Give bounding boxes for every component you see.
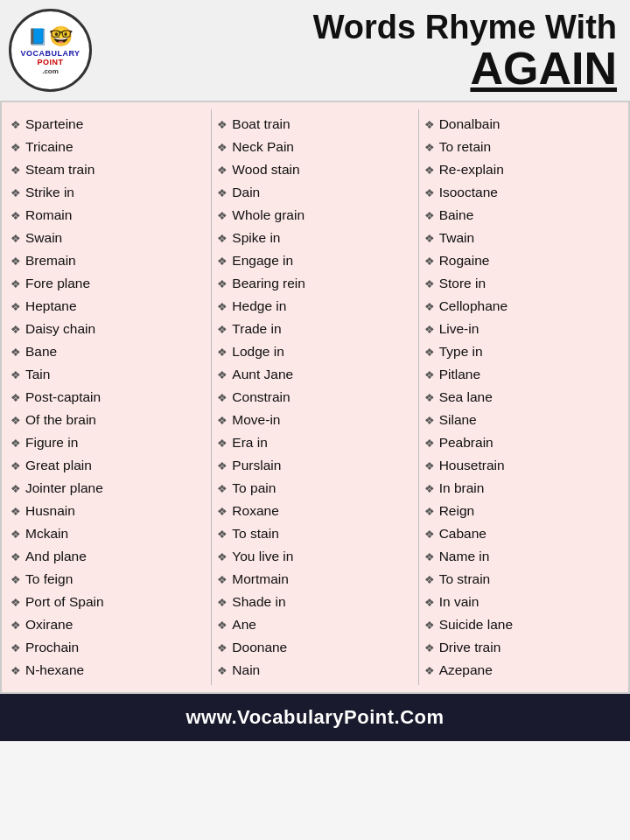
bullet-icon: ❖ bbox=[424, 298, 435, 316]
word-text: Housetrain bbox=[439, 455, 505, 476]
word-text: Sea lane bbox=[439, 387, 493, 408]
footer: www.VocabularyPoint.Com bbox=[0, 694, 630, 741]
word-text: Cabane bbox=[439, 523, 486, 544]
list-item: ❖Trade in bbox=[217, 318, 412, 340]
word-text: Lodge in bbox=[232, 341, 284, 362]
bullet-icon: ❖ bbox=[217, 367, 228, 384]
list-item: ❖To feign bbox=[10, 568, 206, 591]
word-text: Wood stain bbox=[232, 159, 299, 180]
word-text: Oxirane bbox=[25, 614, 73, 635]
word-text: Figure in bbox=[25, 432, 78, 453]
list-item: ❖Drive train bbox=[424, 636, 620, 659]
word-text: Ane bbox=[232, 614, 256, 635]
word-text: Post-captain bbox=[25, 387, 101, 408]
bullet-icon: ❖ bbox=[424, 230, 435, 248]
list-item: ❖Name in bbox=[424, 545, 620, 568]
bullet-icon: ❖ bbox=[217, 435, 228, 452]
bullet-icon: ❖ bbox=[424, 321, 435, 339]
word-text: Neck Pain bbox=[232, 136, 294, 158]
bullet-icon: ❖ bbox=[217, 640, 228, 657]
list-item: ❖Whole grain bbox=[217, 204, 412, 227]
bullet-icon: ❖ bbox=[424, 640, 435, 657]
header: 📘 🤓 VOCABULARY POINT .com Words Rhyme Wi… bbox=[0, 0, 630, 101]
bullet-icon: ❖ bbox=[217, 253, 228, 270]
list-item: ❖Post-captain bbox=[10, 386, 206, 409]
bullet-icon: ❖ bbox=[424, 116, 435, 134]
word-text: Drive train bbox=[439, 637, 501, 658]
bullet-icon: ❖ bbox=[10, 321, 21, 339]
word-text: To retain bbox=[439, 136, 491, 158]
logo: 📘 🤓 VOCABULARY POINT .com bbox=[9, 9, 92, 92]
list-item: ❖To strain bbox=[424, 568, 620, 591]
list-item: ❖Boat train bbox=[217, 113, 412, 136]
word-text: Bremain bbox=[25, 250, 76, 271]
bullet-icon: ❖ bbox=[424, 458, 435, 475]
list-item: ❖Sea lane bbox=[424, 386, 620, 409]
list-item: ❖Housetrain bbox=[424, 454, 620, 477]
bullet-icon: ❖ bbox=[217, 503, 228, 521]
bullet-icon: ❖ bbox=[424, 571, 435, 589]
list-item: ❖N-hexane bbox=[10, 659, 206, 682]
bullet-icon: ❖ bbox=[217, 458, 228, 475]
list-item: ❖You live in bbox=[217, 545, 412, 568]
word-text: Shade in bbox=[232, 592, 285, 612]
list-item: ❖Bane bbox=[10, 340, 206, 363]
word-text: Isooctane bbox=[439, 182, 498, 203]
bullet-icon: ❖ bbox=[424, 276, 435, 293]
word-text: Dain bbox=[232, 182, 260, 203]
word-text: Boat train bbox=[232, 114, 290, 135]
title-line1: Words Rhyme With bbox=[102, 10, 617, 46]
list-item: ❖Pitlane bbox=[424, 363, 620, 386]
list-item: ❖Constrain bbox=[217, 386, 412, 409]
list-item: ❖Reign bbox=[424, 500, 620, 522]
word-text: Mortmain bbox=[232, 569, 289, 590]
list-item: ❖Doonane bbox=[217, 636, 412, 659]
list-item: ❖Bearing rein bbox=[217, 272, 412, 295]
bullet-icon: ❖ bbox=[217, 526, 228, 543]
bullet-icon: ❖ bbox=[217, 116, 228, 134]
list-item: ❖Spike in bbox=[217, 227, 412, 249]
bullet-icon: ❖ bbox=[217, 298, 228, 316]
bullet-icon: ❖ bbox=[424, 162, 435, 179]
word-text: Azepane bbox=[439, 660, 493, 681]
bullet-icon: ❖ bbox=[10, 230, 21, 248]
word-text: Store in bbox=[439, 273, 486, 294]
word-text: Era in bbox=[232, 432, 268, 453]
bullet-icon: ❖ bbox=[217, 321, 228, 339]
word-text: Port of Spain bbox=[25, 592, 104, 612]
bullet-icon: ❖ bbox=[424, 185, 435, 202]
list-item: ❖Dain bbox=[217, 181, 412, 204]
word-text: Aunt Jane bbox=[232, 364, 293, 385]
bullet-icon: ❖ bbox=[424, 480, 435, 498]
word-text: To stain bbox=[232, 523, 278, 544]
list-item: ❖Lodge in bbox=[217, 340, 412, 363]
word-text: Strike in bbox=[25, 182, 74, 203]
bullet-icon: ❖ bbox=[217, 207, 228, 225]
bullet-icon: ❖ bbox=[217, 412, 228, 430]
word-text: Sparteine bbox=[25, 114, 83, 135]
bullet-icon: ❖ bbox=[10, 139, 21, 157]
bullet-icon: ❖ bbox=[217, 617, 228, 634]
word-text: Heptane bbox=[25, 296, 77, 317]
list-item: ❖Tain bbox=[10, 363, 206, 386]
list-item: ❖Twain bbox=[424, 227, 620, 249]
word-text: In brain bbox=[439, 478, 485, 499]
word-text: Jointer plane bbox=[25, 478, 103, 499]
word-text: To pain bbox=[232, 478, 276, 499]
bullet-icon: ❖ bbox=[10, 412, 21, 430]
bullet-icon: ❖ bbox=[217, 571, 228, 589]
word-text: Reign bbox=[439, 500, 475, 522]
list-item: ❖Fore plane bbox=[10, 272, 206, 295]
word-text: Engage in bbox=[232, 250, 293, 271]
column-3: ❖Donalbain❖To retain❖Re-explain❖Isooctan… bbox=[419, 109, 625, 685]
list-item: ❖Romain bbox=[10, 204, 206, 227]
bullet-icon: ❖ bbox=[424, 389, 435, 407]
bullet-icon: ❖ bbox=[10, 367, 21, 384]
bullet-icon: ❖ bbox=[217, 162, 228, 179]
word-text: In vain bbox=[439, 592, 480, 612]
bullet-icon: ❖ bbox=[10, 276, 21, 293]
list-item: ❖Steam train bbox=[10, 158, 206, 181]
list-item: ❖In vain bbox=[424, 591, 620, 613]
word-text: Baine bbox=[439, 205, 474, 226]
word-text: Silane bbox=[439, 410, 477, 430]
